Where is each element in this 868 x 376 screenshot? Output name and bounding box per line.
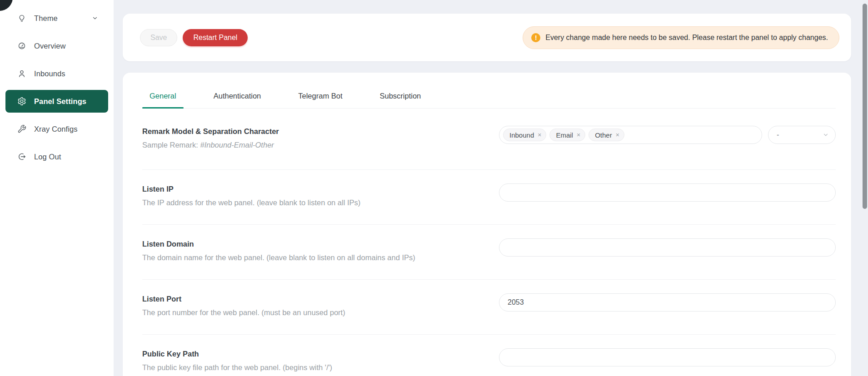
setting-row-text: Listen Port The port number for the web … xyxy=(142,293,345,317)
tab-authentication[interactable]: Authentication xyxy=(206,91,269,108)
remove-tag-icon[interactable]: × xyxy=(577,132,580,138)
sidebar-item-label: Xray Configs xyxy=(34,125,78,134)
setting-controls xyxy=(499,348,836,366)
sample-remark-value: #Inbound-Email-Other xyxy=(200,141,274,149)
chevron-down-icon xyxy=(823,132,829,138)
sidebar-item-panel-settings[interactable]: Panel Settings xyxy=(5,90,108,113)
sidebar-item-label: Overview xyxy=(34,42,66,50)
settings-card: General Authentication Telegram Bot Subs… xyxy=(123,73,851,376)
toolbar-card: Save Restart Panel ! Every change made h… xyxy=(123,14,851,61)
tag-email: Email × xyxy=(549,129,585,141)
tab-subscription[interactable]: Subscription xyxy=(373,91,429,108)
unsaved-changes-alert: ! Every change made here needs to be sav… xyxy=(523,26,839,49)
tag-label: Other xyxy=(595,131,612,139)
bulb-icon xyxy=(17,14,26,23)
sidebar-item-inbounds[interactable]: Inbounds xyxy=(5,62,108,85)
sidebar-item-label: Panel Settings xyxy=(34,97,86,106)
wrench-icon xyxy=(17,124,26,134)
gear-icon xyxy=(17,97,26,106)
listen-domain-input[interactable] xyxy=(499,238,836,257)
vertical-scrollbar[interactable] xyxy=(863,4,867,209)
tag-other: Other × xyxy=(589,129,624,141)
setting-description: The port number for the web panel. (must… xyxy=(142,308,345,317)
remove-tag-icon[interactable]: × xyxy=(538,132,541,138)
setting-row-listen-ip: Listen IP The IP address for the web pan… xyxy=(142,170,836,225)
setting-controls xyxy=(499,238,836,257)
setting-label: Listen Port xyxy=(142,295,345,303)
save-button[interactable]: Save xyxy=(140,29,177,46)
warning-icon: ! xyxy=(531,33,540,42)
setting-label: Remark Model & Separation Character xyxy=(142,127,279,136)
setting-description: Sample Remark: #Inbound-Email-Other xyxy=(142,141,279,149)
restart-panel-button[interactable]: Restart Panel xyxy=(183,29,248,46)
remove-tag-icon[interactable]: × xyxy=(616,132,619,138)
sidebar-item-log-out[interactable]: Log Out xyxy=(5,145,108,168)
public-key-path-input[interactable] xyxy=(499,348,836,366)
tag-inbound: Inbound × xyxy=(503,129,546,141)
setting-description: The IP address for the web panel. (leave… xyxy=(142,198,360,207)
alert-text: Every change made here needs to be saved… xyxy=(545,34,828,42)
setting-label: Listen Domain xyxy=(142,240,415,248)
settings-tabs: General Authentication Telegram Bot Subs… xyxy=(142,91,836,109)
chevron-down-icon xyxy=(92,15,98,21)
sidebar-item-xray-configs[interactable]: Xray Configs xyxy=(5,118,108,140)
separator-selected-value: - xyxy=(777,131,779,139)
setting-label: Public Key Path xyxy=(142,350,332,358)
setting-controls: Inbound × Email × Other × - xyxy=(499,126,836,144)
setting-row-listen-domain: Listen Domain The domain name for the we… xyxy=(142,225,836,280)
sample-remark-prefix: Sample Remark: xyxy=(142,141,200,149)
setting-controls xyxy=(499,183,836,202)
logout-icon xyxy=(17,152,26,161)
setting-row-text: Listen Domain The domain name for the we… xyxy=(142,238,415,262)
sidebar-item-overview[interactable]: Overview xyxy=(5,35,108,57)
tab-telegram-bot[interactable]: Telegram Bot xyxy=(291,91,349,108)
sidebar-item-theme[interactable]: Theme xyxy=(5,7,108,30)
tag-label: Inbound xyxy=(509,131,534,139)
dashboard-icon xyxy=(17,41,26,50)
setting-label: Listen IP xyxy=(142,185,360,193)
tab-general[interactable]: General xyxy=(142,91,184,108)
sidebar-item-label: Inbounds xyxy=(34,69,65,78)
setting-description: The public key file path for the web pan… xyxy=(142,363,332,372)
setting-row-text: Public Key Path The public key file path… xyxy=(142,348,332,372)
setting-row-text: Remark Model & Separation Character Samp… xyxy=(142,126,279,149)
separator-character-select[interactable]: - xyxy=(768,126,836,144)
sidebar-item-label: Theme xyxy=(34,14,58,23)
setting-row-public-key-path: Public Key Path The public key file path… xyxy=(142,335,836,376)
tag-label: Email xyxy=(556,131,573,139)
sidebar: Theme Overview Inbounds xyxy=(0,0,114,376)
setting-controls xyxy=(499,293,836,312)
listen-ip-input[interactable] xyxy=(499,183,836,202)
user-icon xyxy=(17,69,26,78)
listen-port-input[interactable] xyxy=(499,293,836,312)
setting-row-remark-model: Remark Model & Separation Character Samp… xyxy=(142,109,836,170)
remark-model-tag-input[interactable]: Inbound × Email × Other × xyxy=(499,126,762,144)
setting-description: The domain name for the web panel. (leav… xyxy=(142,253,415,262)
setting-row-text: Listen IP The IP address for the web pan… xyxy=(142,183,360,207)
sidebar-item-label: Log Out xyxy=(34,153,61,161)
setting-row-listen-port: Listen Port The port number for the web … xyxy=(142,280,836,335)
